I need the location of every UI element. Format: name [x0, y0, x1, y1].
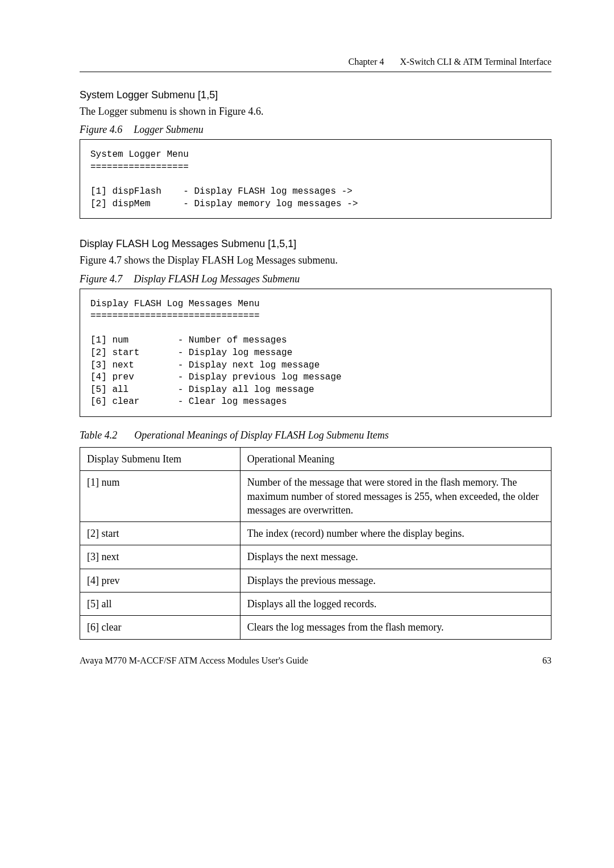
footer-right: 63	[542, 656, 551, 666]
table-header-1: Operational Meaning	[240, 447, 551, 470]
footer-left: Avaya M770 M-ACCF/SF ATM Access Modules …	[80, 656, 308, 666]
table42-caption: Table 4.2Operational Meanings of Display…	[80, 429, 551, 441]
page-footer: Avaya M770 M-ACCF/SF ATM Access Modules …	[80, 656, 551, 666]
table-cell: [6] clear	[80, 616, 240, 639]
figure47-code: Display FLASH Log Messages Menu ========…	[80, 289, 551, 417]
table-row: [6] clear Clears the log messages from t…	[80, 616, 551, 639]
operational-table: Display Submenu Item Operational Meaning…	[80, 447, 551, 640]
figure46-caption: Figure 4.6Logger Submenu	[80, 124, 551, 136]
table-cell: Displays all the logged records.	[240, 592, 551, 615]
table-row: [4] prev Displays the previous message.	[80, 569, 551, 592]
figure46-title: Logger Submenu	[134, 124, 204, 135]
table-cell: Clears the log messages from the flash m…	[240, 616, 551, 639]
section2-intro: Figure 4.7 shows the Display FLASH Log M…	[80, 253, 551, 267]
section1-intro: The Logger submenu is shown in Figure 4.…	[80, 105, 551, 118]
table-cell: Displays the previous message.	[240, 569, 551, 592]
table-cell: Displays the next message.	[240, 545, 551, 569]
header-rule	[80, 72, 551, 72]
section-heading-flashlog: Display FLASH Log Messages Submenu [1,5,…	[80, 238, 551, 250]
chapter-title: X-Switch CLI & ATM Terminal Interface	[400, 57, 551, 66]
table42-label: Table 4.2	[80, 429, 117, 441]
table-row: [1] num Number of the message that were …	[80, 471, 551, 522]
figure46-label: Figure 4.6	[80, 124, 122, 135]
chapter-header: Chapter 4X-Switch CLI & ATM Terminal Int…	[80, 57, 551, 67]
table-cell: The index (record) number where the disp…	[240, 522, 551, 545]
figure46-code: System Logger Menu ================== [1…	[80, 139, 551, 219]
table42-title: Operational Meanings of Display FLASH Lo…	[134, 429, 388, 441]
table-row: [2] start The index (record) number wher…	[80, 522, 551, 545]
table-cell: [5] all	[80, 592, 240, 615]
table-cell: [1] num	[80, 471, 240, 522]
table-header-row: Display Submenu Item Operational Meaning	[80, 447, 551, 470]
chapter-number: Chapter 4	[349, 57, 384, 66]
figure47-title: Display FLASH Log Messages Submenu	[134, 273, 300, 285]
table-cell: [2] start	[80, 522, 240, 545]
table-header-0: Display Submenu Item	[80, 447, 240, 470]
figure47-label: Figure 4.7	[80, 273, 122, 285]
table-cell: [4] prev	[80, 569, 240, 592]
table-cell: Number of the message that were stored i…	[240, 471, 551, 522]
table-row: [3] next Displays the next message.	[80, 545, 551, 569]
table-row: [5] all Displays all the logged records.	[80, 592, 551, 615]
table-cell: [3] next	[80, 545, 240, 569]
figure47-caption: Figure 4.7Display FLASH Log Messages Sub…	[80, 273, 551, 285]
section-heading-logger: System Logger Submenu [1,5]	[80, 89, 551, 101]
